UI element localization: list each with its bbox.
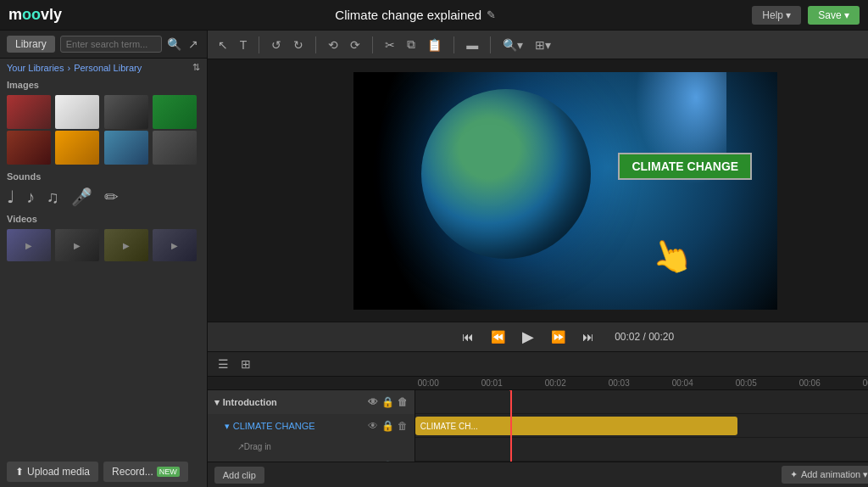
toolbar-separator	[453, 36, 454, 53]
rotate-right-icon[interactable]: ↻	[290, 36, 307, 53]
visibility-icon[interactable]: 👁	[368, 396, 378, 408]
toolbar-separator	[315, 36, 316, 53]
image-thumb[interactable]	[104, 95, 148, 129]
image-thumb[interactable]	[55, 95, 99, 129]
skip-back-button[interactable]: ⏮	[457, 328, 479, 345]
climate-change-clip[interactable]: CLIMATE CH...	[415, 417, 737, 435]
image-thumb[interactable]	[104, 131, 148, 165]
video-thumb[interactable]: ▶	[153, 229, 197, 261]
clip-visibility-icon[interactable]: 👁	[368, 420, 378, 432]
ruler-00: 00:00	[415, 378, 479, 388]
timeline-controls: ☰ ⊞ ⊞	[208, 352, 868, 377]
library-chevron[interactable]: ⇅	[192, 62, 200, 73]
library-header: Library 🔍 ↗	[0, 31, 207, 59]
sounds-row: ♩ ♪ ♫ 🎤 ✏	[0, 183, 207, 210]
top-right-actions: Help ▾ Save ▾	[752, 6, 860, 25]
current-time: 00:02	[615, 331, 640, 343]
play-button[interactable]: ▶	[517, 326, 539, 348]
total-time: 00:20	[648, 331, 674, 343]
music-note-icon-1[interactable]: ♩	[7, 187, 14, 207]
images-grid	[0, 92, 207, 168]
help-button[interactable]: Help ▾	[752, 6, 801, 25]
undo-icon[interactable]: ⟲	[325, 36, 342, 53]
ruler-02: 00:02	[542, 378, 606, 388]
search-input[interactable]	[60, 36, 162, 53]
images-label: Images	[0, 76, 207, 92]
sounds-label: Sounds	[0, 168, 207, 183]
drag-in-row	[415, 438, 868, 462]
video-thumb[interactable]: ▶	[55, 229, 99, 261]
upload-media-button[interactable]: ⬆ Upload media	[7, 462, 98, 482]
cursor-tool[interactable]: ↖	[214, 36, 231, 53]
video-thumb[interactable]: ▶	[7, 229, 51, 261]
drag-arrow: ↗	[237, 442, 244, 451]
skip-forward-button[interactable]: ⏭	[577, 328, 599, 345]
paste-icon[interactable]: 📋	[424, 36, 445, 53]
sun-rays	[625, 72, 726, 199]
copy-icon[interactable]: ⧉	[403, 36, 419, 53]
ruler-01: 00:01	[479, 378, 542, 388]
search-icon[interactable]: 🔍	[165, 36, 183, 53]
library-tab[interactable]: Library	[7, 36, 55, 53]
image-thumb[interactable]	[7, 95, 51, 129]
image-thumb[interactable]	[153, 131, 197, 165]
section-track-label: ▾ Introduction 👁 🔒 🗑	[208, 390, 415, 414]
clip-name: CLIMATE CHANGE	[233, 421, 315, 431]
cut-icon[interactable]: ✂	[381, 36, 398, 53]
timeline-grid-view[interactable]: ⊞	[237, 355, 254, 372]
music-note-icon-3[interactable]: ♫	[47, 188, 59, 207]
project-title-text: Climate change explained	[335, 8, 481, 22]
edit-title-icon[interactable]: ✎	[487, 8, 496, 21]
rewind-button[interactable]: ⏪	[486, 328, 510, 345]
drag-in-label: ↗ Drag in	[208, 438, 415, 455]
add-clip-button[interactable]: Add clip	[214, 467, 264, 484]
grid-icon[interactable]: ⊞▾	[531, 36, 554, 53]
videos-grid: ▶ ▶ ▶ ▶	[0, 226, 207, 265]
image-thumb[interactable]	[153, 95, 197, 129]
video-thumb[interactable]: ▶	[104, 229, 148, 261]
pen-icon[interactable]: ✏	[104, 187, 119, 207]
pointer-icon[interactable]: ↗	[186, 36, 200, 53]
lock-icon[interactable]: 🔒	[381, 396, 394, 408]
hand-pointer: 👆	[645, 229, 698, 281]
clip-track-label: ▾ CLIMATE CHANGE 👁 🔒 🗑	[208, 414, 415, 438]
section-chevron[interactable]: ▾	[214, 397, 220, 408]
clip-track-row: CLIMATE CH...	[415, 414, 868, 438]
section-name: Introduction	[223, 397, 277, 407]
videos-label: Videos	[0, 210, 207, 226]
clip-delete-icon[interactable]: 🗑	[398, 420, 408, 432]
caption-icon[interactable]: ▬	[463, 36, 481, 53]
breadcrumb: Your Libraries › Personal Library ⇅	[0, 59, 207, 76]
rotate-left-icon[interactable]: ↺	[268, 36, 285, 53]
clip-lock-icon[interactable]: 🔒	[381, 420, 394, 432]
delete-icon[interactable]: 🗑	[398, 396, 408, 408]
panel-buttons: ⬆ Upload media Record... NEW	[0, 456, 207, 487]
image-thumb[interactable]	[7, 131, 51, 165]
your-libraries-link[interactable]: Your Libraries	[7, 63, 64, 73]
ruler-05: 00:05	[733, 378, 797, 388]
forward-button[interactable]: ⏩	[546, 328, 570, 345]
add-animation-button[interactable]: ✦ Add animation ▾	[782, 466, 868, 484]
record-button[interactable]: Record... NEW	[103, 462, 188, 482]
toolbar-separator	[372, 36, 373, 53]
save-button[interactable]: Save ▾	[808, 6, 860, 25]
zoom-icon[interactable]: 🔍▾	[499, 36, 526, 53]
search-bar: 🔍 ↗	[60, 36, 200, 53]
redo-icon[interactable]: ⟳	[347, 36, 364, 53]
timeline-tracks: ▾ Introduction 👁 🔒 🗑 ▾ CLIMATE CHANGE 👁	[208, 390, 868, 462]
climate-change-text-element[interactable]: CLIMATE CHANGE	[618, 153, 752, 180]
playhead[interactable]	[510, 390, 512, 462]
microphone-icon[interactable]: 🎤	[71, 187, 92, 207]
video-track-label: Earth rotating video 👁 🔒 🗑	[208, 455, 415, 462]
ruler-07: 00:07	[860, 378, 868, 388]
timeline: ☰ ⊞ ⊞ 00:00 00:01 00:02 00:03 00:04 00:0…	[208, 351, 868, 487]
clip-chevron[interactable]: ▾	[225, 421, 230, 432]
canvas-area[interactable]: CLIMATE CHANGE 👆	[208, 59, 868, 322]
personal-library-link[interactable]: Personal Library	[74, 63, 142, 73]
music-note-icon-2[interactable]: ♪	[26, 188, 35, 207]
image-thumb[interactable]	[55, 131, 99, 165]
timeline-list-view[interactable]: ☰	[214, 355, 232, 372]
center-panel: ↖ T ↺ ↻ ⟲ ⟳ ✂ ⧉ 📋 ▬ 🔍▾ ⊞▾ CLIMATE	[208, 31, 868, 487]
timeline-ruler: 00:00 00:01 00:02 00:03 00:04 00:05 00:0…	[208, 377, 868, 390]
text-tool[interactable]: T	[236, 36, 251, 53]
